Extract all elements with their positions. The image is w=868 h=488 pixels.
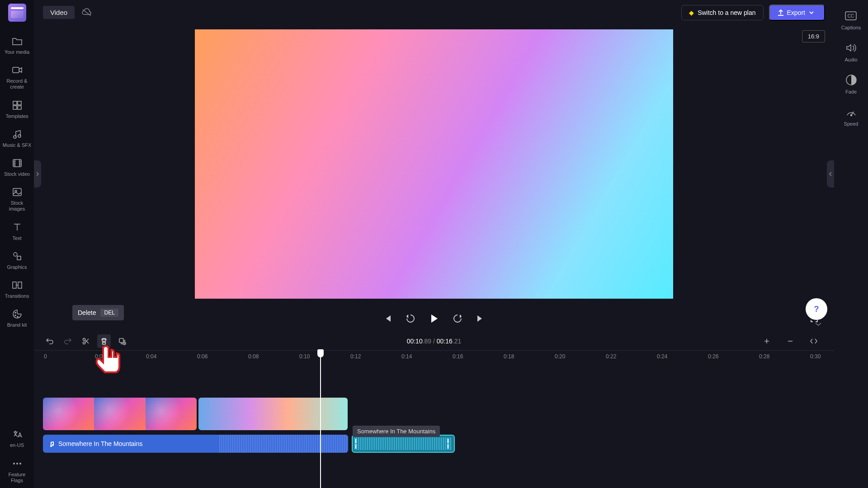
redo-button[interactable] (61, 334, 75, 348)
sidebar-label: Stock video (4, 171, 30, 177)
music-note-icon (48, 441, 55, 447)
svg-point-14 (15, 312, 16, 313)
right-label: Fade (845, 89, 857, 94)
more-icon (11, 458, 23, 469)
video-clip-2[interactable] (198, 398, 348, 430)
help-chevron-icon (814, 322, 823, 326)
timeline-ruler[interactable]: 0 0:02 0:04 0:06 0:08 0:10 0:12 0:14 0:1… (34, 350, 834, 364)
ruler-tick: 0:26 (708, 353, 718, 360)
audio-clip-1[interactable]: Somewhere In The Mountains (43, 435, 348, 453)
svg-rect-12 (13, 282, 16, 288)
switch-plan-button[interactable]: ◆ Switch to a new plan (681, 5, 763, 20)
speed-icon (844, 105, 858, 119)
palette-icon (11, 308, 23, 320)
left-panel-expand[interactable] (34, 160, 41, 188)
zoom-out-button[interactable] (783, 334, 797, 348)
skip-end-button[interactable] (474, 312, 486, 325)
video-clip-1[interactable] (43, 398, 197, 430)
right-item-speed[interactable]: Speed (842, 100, 861, 132)
ruler-tick: 0:10 (299, 353, 310, 360)
aspect-ratio-button[interactable]: 16:9 (802, 30, 825, 42)
svg-point-19 (19, 463, 21, 465)
svg-text:?: ? (814, 305, 819, 314)
svg-rect-2 (18, 101, 21, 105)
app-logo[interactable] (8, 4, 26, 22)
transition-icon (11, 279, 23, 291)
left-sidebar: Your media Record & create Templates Mus… (0, 0, 34, 488)
right-label: Speed (844, 121, 859, 127)
sidebar-label: Transitions (5, 293, 29, 299)
zoom-in-button[interactable] (760, 334, 774, 348)
svg-rect-0 (13, 67, 19, 73)
sidebar-item-graphics[interactable]: Graphics (1, 246, 33, 275)
clip-trim-handle-right[interactable] (448, 439, 451, 449)
svg-point-17 (13, 463, 15, 465)
clip-trim-handle-left[interactable] (355, 439, 359, 449)
sidebar-label: Stock images (2, 200, 32, 212)
film-icon (11, 157, 23, 169)
diamond-icon: ◆ (689, 9, 694, 16)
svg-rect-13 (18, 282, 22, 288)
delete-tooltip: Delete DEL (72, 305, 124, 320)
export-button[interactable]: Export (769, 5, 825, 21)
preview-canvas[interactable] (195, 29, 673, 299)
shapes-icon (11, 250, 23, 262)
cursor-hand-illustration (95, 343, 123, 375)
sidebar-item-feature-flags[interactable]: Feature Flags (1, 453, 33, 488)
svg-rect-11 (17, 256, 21, 260)
split-button[interactable] (79, 334, 93, 348)
sidebar-label: Brand kit (7, 322, 27, 328)
sidebar-item-stock-video[interactable]: Stock video (1, 153, 33, 182)
svg-rect-8 (13, 188, 21, 196)
audio-track[interactable]: Somewhere In The Mountains (34, 435, 834, 453)
sidebar-item-record-create[interactable]: Record & create (1, 60, 33, 94)
right-label: Captions (841, 25, 861, 30)
rewind-button[interactable] (404, 312, 417, 325)
ruler-tick: 0:22 (606, 353, 616, 360)
cloud-off-icon[interactable] (81, 8, 92, 17)
ruler-tick: 0:12 (350, 353, 361, 360)
forward-button[interactable] (451, 312, 464, 325)
sidebar-item-your-media[interactable]: Your media (1, 31, 33, 60)
sidebar-label: en-US (10, 442, 24, 448)
playhead-handle[interactable] (317, 349, 324, 357)
right-panel-expand[interactable] (827, 160, 834, 188)
sidebar-item-transitions[interactable]: Transitions (1, 275, 33, 304)
ruler-tick: 0 (44, 353, 47, 360)
playhead[interactable] (320, 350, 321, 488)
ruler-tick: 0:08 (248, 353, 259, 360)
preview-area: 16:9 (34, 25, 834, 323)
sidebar-item-stock-images[interactable]: Stock images (1, 182, 33, 216)
skip-start-button[interactable] (382, 312, 394, 325)
tooltip-label: Delete (78, 309, 96, 316)
play-button[interactable] (427, 311, 441, 326)
grid-icon (11, 99, 23, 111)
playback-controls (34, 307, 834, 330)
svg-rect-3 (13, 106, 17, 109)
audio-clip-2-selected[interactable] (352, 435, 455, 453)
sidebar-item-lang[interactable]: en-US (1, 424, 33, 453)
fit-timeline-button[interactable] (807, 334, 821, 348)
sidebar-label: Text (12, 235, 21, 241)
sidebar-item-text[interactable]: Text (1, 217, 33, 246)
project-name-input[interactable]: Video (43, 6, 75, 19)
sidebar-item-brand-kit[interactable]: Brand kit (1, 304, 33, 333)
sidebar-item-music-sfx[interactable]: Music & SFX (1, 124, 33, 153)
right-label: Audio (844, 57, 857, 62)
captions-icon: CC (844, 9, 858, 23)
sidebar-item-templates[interactable]: Templates (1, 95, 33, 124)
volume-icon (844, 41, 858, 55)
timeline-toolbar: 00:10.89 / 00:16.21 (34, 332, 834, 350)
undo-button[interactable] (43, 334, 57, 348)
help-button[interactable]: ? (806, 298, 827, 320)
svg-point-18 (16, 463, 18, 465)
tooltip-key: DEL (100, 309, 118, 317)
ruler-tick: 0:28 (759, 353, 769, 360)
right-item-captions[interactable]: CC Captions (839, 4, 863, 36)
right-item-fade[interactable]: Fade (842, 68, 860, 100)
fade-icon (844, 73, 858, 87)
image-icon (11, 186, 23, 198)
upload-icon (777, 9, 784, 16)
chevron-down-icon (809, 11, 817, 14)
right-item-audio[interactable]: Audio (842, 36, 860, 68)
